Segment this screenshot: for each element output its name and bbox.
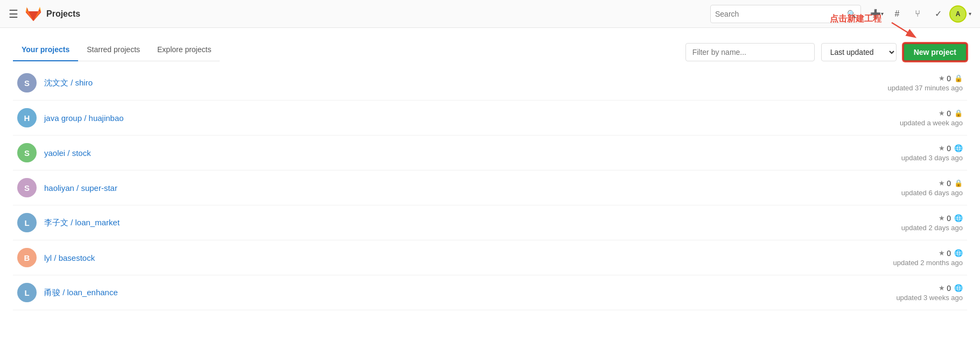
- dropdown-arrow-icon: ▾: [881, 11, 884, 17]
- star-icon: ★: [939, 214, 945, 222]
- project-name[interactable]: 沈文文 / shiro: [44, 78, 93, 87]
- star-number: 0: [947, 109, 951, 118]
- issues-button[interactable]: #: [888, 5, 906, 23]
- project-info: lyl / basestock: [44, 253, 893, 262]
- meta-row: ★ 0 🔒: [939, 74, 963, 83]
- project-tabs: Your projects Starred projects Explore p…: [13, 39, 220, 61]
- project-name[interactable]: haoliyan / super-star: [44, 183, 117, 193]
- project-right: ★ 0 🔒 updated 6 days ago: [901, 179, 963, 197]
- star-count: ★ 0: [939, 179, 951, 188]
- avatar-dropdown-arrow-icon[interactable]: ▾: [969, 11, 971, 17]
- star-count: ★ 0: [939, 249, 951, 258]
- project-avatar: S: [17, 178, 37, 197]
- globe-icon: 🌐: [954, 214, 963, 222]
- project-info: yaolei / stock: [44, 148, 901, 158]
- project-info: 李子文 / loan_market: [44, 218, 901, 228]
- star-number: 0: [947, 249, 951, 258]
- project-avatar: L: [17, 283, 37, 302]
- project-right: ★ 0 🌐 updated 3 days ago: [901, 144, 963, 162]
- project-avatar: S: [17, 73, 37, 92]
- filter-row: 点击新建工程 Last updated New project: [685, 43, 967, 61]
- lock-icon: 🔒: [954, 109, 963, 117]
- new-project-button[interactable]: New project: [903, 43, 967, 61]
- fox-icon: [25, 5, 42, 23]
- globe-icon: 🌐: [954, 144, 963, 152]
- meta-row: ★ 0 🌐: [939, 214, 963, 223]
- star-icon: ★: [939, 179, 945, 187]
- nav-icons: ➕ ▾ # ⑂ ✓ A ▾: [867, 5, 971, 23]
- star-count: ★ 0: [939, 109, 951, 118]
- app-title: Projects: [46, 9, 80, 19]
- gitlab-logo[interactable]: Projects: [25, 5, 80, 23]
- project-avatar: B: [17, 248, 37, 267]
- meta-row: ★ 0 🔒: [939, 109, 963, 118]
- star-number: 0: [947, 284, 951, 293]
- project-name[interactable]: java group / huajinbao: [44, 113, 124, 123]
- project-name[interactable]: 李子文 / loan_market: [44, 218, 120, 227]
- tab-your-projects[interactable]: Your projects: [13, 39, 78, 61]
- todos-button[interactable]: ✓: [929, 5, 947, 23]
- project-avatar: S: [17, 143, 37, 162]
- sort-select[interactable]: Last updated: [821, 43, 897, 61]
- project-info: 沈文文 / shiro: [44, 78, 888, 88]
- star-number: 0: [947, 144, 951, 153]
- user-avatar[interactable]: A: [949, 5, 967, 23]
- star-icon: ★: [939, 74, 945, 82]
- star-number: 0: [947, 179, 951, 188]
- project-name[interactable]: lyl / basestock: [44, 253, 95, 262]
- project-item: B lyl / basestock ★ 0 🌐 updated 2 months…: [13, 240, 967, 275]
- star-count: ★ 0: [939, 74, 951, 83]
- search-icon: 🔍: [847, 10, 856, 18]
- project-item: S 沈文文 / shiro ★ 0 🔒 updated 37 minutes a…: [13, 66, 967, 101]
- updated-text: updated a week ago: [900, 119, 963, 127]
- top-navigation: ☰ Projects 🔍 ➕ ▾ # ⑂ ✓ A ▾: [0, 0, 980, 28]
- star-count: ★ 0: [939, 284, 951, 293]
- updated-text: updated 37 minutes ago: [888, 84, 963, 92]
- project-right: ★ 0 🌐 updated 2 days ago: [901, 214, 963, 232]
- project-info: java group / huajinbao: [44, 113, 900, 123]
- project-name[interactable]: yaolei / stock: [44, 148, 91, 158]
- updated-text: updated 3 weeks ago: [896, 294, 963, 302]
- project-item: L 李子文 / loan_market ★ 0 🌐 updated 2 days…: [13, 205, 967, 240]
- hash-icon: #: [895, 9, 900, 19]
- project-list: S 沈文文 / shiro ★ 0 🔒 updated 37 minutes a…: [13, 66, 967, 310]
- tab-starred-projects[interactable]: Starred projects: [78, 39, 149, 61]
- updated-text: updated 3 days ago: [901, 154, 963, 162]
- meta-row: ★ 0 🌐: [939, 144, 963, 153]
- star-number: 0: [947, 74, 951, 83]
- globe-icon: 🌐: [954, 249, 963, 257]
- search-input[interactable]: [715, 10, 847, 18]
- star-icon: ★: [939, 249, 945, 257]
- project-right: ★ 0 🔒 updated a week ago: [900, 109, 963, 127]
- star-count: ★ 0: [939, 214, 951, 223]
- tab-explore-projects[interactable]: Explore projects: [149, 39, 220, 61]
- updated-text: updated 2 months ago: [893, 259, 963, 267]
- plus-button[interactable]: ➕ ▾: [867, 5, 886, 23]
- project-info: 甬骏 / loan_enhance: [44, 288, 896, 298]
- updated-text: updated 2 days ago: [901, 224, 963, 232]
- plus-icon: ➕: [870, 9, 881, 19]
- search-bar[interactable]: 🔍: [710, 5, 861, 23]
- globe-icon: 🌐: [954, 284, 963, 292]
- project-item: S haoliyan / super-star ★ 0 🔒 updated 6 …: [13, 170, 967, 205]
- project-item: L 甬骏 / loan_enhance ★ 0 🌐 updated 3 week…: [13, 275, 967, 310]
- lock-icon: 🔒: [954, 179, 963, 187]
- project-name[interactable]: 甬骏 / loan_enhance: [44, 288, 118, 297]
- merge-requests-button[interactable]: ⑂: [908, 5, 927, 23]
- project-item: H java group / huajinbao ★ 0 🔒 updated a…: [13, 101, 967, 136]
- project-item: S yaolei / stock ★ 0 🌐 updated 3 days ag…: [13, 136, 967, 170]
- check-icon: ✓: [935, 9, 942, 19]
- project-right: ★ 0 🌐 updated 2 months ago: [893, 249, 963, 267]
- filter-input[interactable]: [685, 43, 815, 61]
- star-count: ★ 0: [939, 144, 951, 153]
- merge-icon: ⑂: [915, 9, 920, 19]
- star-icon: ★: [939, 144, 945, 152]
- updated-text: updated 6 days ago: [901, 189, 963, 197]
- main-content: Your projects Starred projects Explore p…: [0, 28, 980, 321]
- project-right: ★ 0 🔒 updated 37 minutes ago: [888, 74, 963, 92]
- hamburger-menu[interactable]: ☰: [9, 8, 18, 20]
- project-right: ★ 0 🌐 updated 3 weeks ago: [896, 284, 963, 302]
- project-info: haoliyan / super-star: [44, 183, 901, 193]
- meta-row: ★ 0 🔒: [939, 179, 963, 188]
- meta-row: ★ 0 🌐: [939, 284, 963, 293]
